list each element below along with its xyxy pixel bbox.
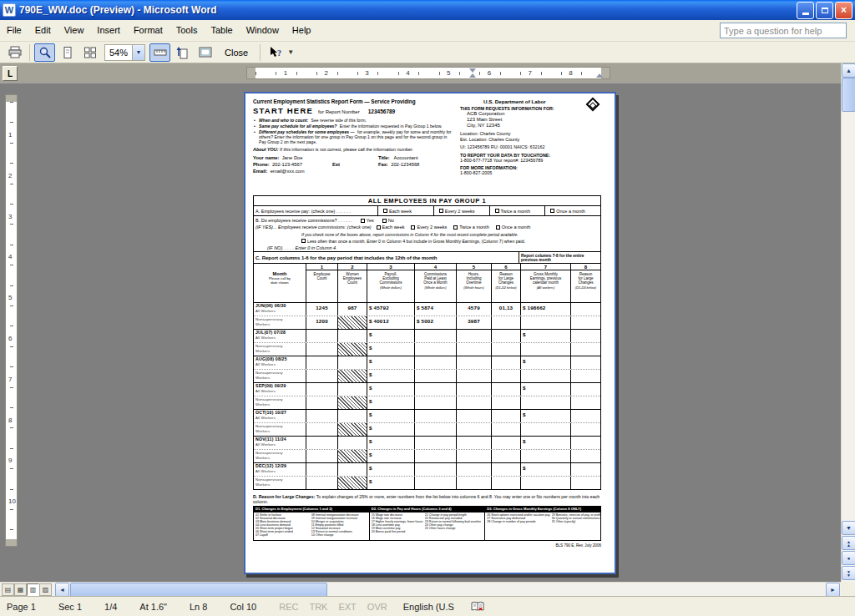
language-indicator: English (U.S xyxy=(403,602,454,612)
about-you-line: About YOU: If this information is not co… xyxy=(253,147,455,152)
document-page[interactable]: Current Employment Statistics Report For… xyxy=(244,92,616,574)
status-field: Page 1 xyxy=(7,602,36,612)
menu-bar: FileEditViewInsertFormatToolsTableWindow… xyxy=(0,20,855,42)
print-layout-view-button[interactable]: ▥ xyxy=(27,583,39,596)
menu-view[interactable]: View xyxy=(58,20,91,39)
close-preview-button[interactable]: Close xyxy=(216,44,256,61)
menu-edit[interactable]: Edit xyxy=(28,20,58,39)
status-field: At 1.6" xyxy=(139,602,167,612)
status-toggle-rec[interactable]: REC xyxy=(279,602,298,612)
column-header-4: 4CommissionsPaid at LeastOnce a Month(Wh… xyxy=(414,264,456,302)
zoom-dropdown-arrow[interactable]: ▼ xyxy=(132,45,144,60)
table-row: NonsupervisoryWorkers$ xyxy=(254,343,600,356)
table-row: AUG(08) 08/25All Workers$$ xyxy=(254,356,600,370)
next-page-button[interactable]: ▼▼ xyxy=(842,566,855,580)
data-cell xyxy=(337,370,367,382)
spelling-status-icon[interactable] xyxy=(471,601,484,613)
restore-button[interactable] xyxy=(816,2,833,19)
toolbar-options-chevron[interactable]: ▼ xyxy=(287,48,294,56)
one-page-icon xyxy=(61,46,74,59)
data-cell xyxy=(491,410,520,422)
data-cell xyxy=(570,370,600,382)
data-cell xyxy=(570,316,600,329)
magnifier-toggle-button[interactable] xyxy=(34,43,55,62)
data-cell: $ 198662 xyxy=(520,303,570,316)
no-label: No xyxy=(388,218,394,223)
select-browse-object-button[interactable]: ● xyxy=(842,551,855,565)
minimize-button[interactable] xyxy=(797,2,814,19)
h-ruler-number: 7 xyxy=(528,69,533,78)
month-cell: DEC(12) 12/29All Workers xyxy=(254,463,306,476)
vertical-ruler[interactable]: 12345678910 xyxy=(5,94,18,547)
section-a-label: A. Employees receive pay: (check one) . … xyxy=(254,209,377,214)
h-ruler-number: 1 xyxy=(283,69,288,78)
multiple-pages-button[interactable] xyxy=(79,43,100,62)
status-toggle-trk[interactable]: TRK xyxy=(309,602,327,612)
v-ruler-number: 3 xyxy=(8,212,12,220)
status-toggle-ext[interactable]: EXT xyxy=(338,602,356,612)
zoom-combobox[interactable]: 54% ▼ xyxy=(104,44,145,61)
horizontal-scrollbar-thumb[interactable] xyxy=(70,583,327,597)
data-cell xyxy=(520,396,570,409)
horizontal-ruler[interactable]: 12345678 xyxy=(246,67,610,79)
hanging-indent-marker[interactable] xyxy=(469,73,476,78)
no-option: No xyxy=(382,218,394,223)
view-ruler-toggle-button[interactable] xyxy=(149,43,170,62)
v-ruler-number: 1 xyxy=(8,131,12,139)
right-indent-marker[interactable] xyxy=(596,73,603,78)
scroll-left-button[interactable]: ◄ xyxy=(55,583,69,597)
status-toggles: RECTRKEXTOVR xyxy=(279,602,397,612)
data-cell: $ xyxy=(367,450,414,462)
menu-insert[interactable]: Insert xyxy=(90,20,127,39)
menu-file[interactable]: File xyxy=(0,20,28,39)
month-block: JUL(07) 07/28All Workers$$Nonsupervisory… xyxy=(254,330,600,356)
scroll-up-button[interactable]: ▲ xyxy=(842,63,855,78)
menu-window[interactable]: Window xyxy=(240,20,286,39)
data-cell: $ 45792 xyxy=(367,303,414,316)
vertical-scrollbar[interactable]: ▲ ▼ ▲▲ ● ▼▼ xyxy=(841,63,855,582)
data-cell xyxy=(456,330,491,342)
normal-view-button[interactable]: ▤ xyxy=(2,583,14,596)
menu-table[interactable]: Table xyxy=(204,20,239,39)
bullet-icon: • xyxy=(254,118,255,123)
data-cell xyxy=(414,477,456,489)
yes-label: Yes xyxy=(367,218,374,223)
whats-this-help-button[interactable]: ? xyxy=(265,43,286,62)
close-button[interactable]: × xyxy=(835,2,852,19)
commission-note-row: If you check none of the boxes above, re… xyxy=(255,232,599,237)
reason-list: 01 Strike or lockout02 Seasonal decrease… xyxy=(255,513,311,538)
pay-option: Twice a month xyxy=(489,206,545,215)
web-layout-view-button[interactable]: ▦ xyxy=(14,583,27,596)
bullet-lead: Different pay schedules for some employe… xyxy=(259,129,355,134)
vertical-scrollbar-thumb[interactable] xyxy=(842,78,855,112)
scroll-right-button[interactable]: ► xyxy=(826,583,840,597)
one-page-button[interactable] xyxy=(57,43,78,62)
first-line-indent-marker[interactable] xyxy=(469,68,476,73)
status-toggle-ovr[interactable]: OVR xyxy=(367,602,387,612)
menu-help[interactable]: Help xyxy=(286,20,318,39)
outline-view-button[interactable]: ▨ xyxy=(39,583,52,596)
v-ruler-number: 4 xyxy=(8,253,12,260)
column-header-2: 2WomenEmployeesCount xyxy=(337,264,367,302)
printer-icon xyxy=(8,46,22,59)
shrink-to-fit-button[interactable] xyxy=(172,43,193,62)
ids-line: UI: 123456789 RU: 00001 NAICS: 632162 xyxy=(460,144,601,150)
scroll-down-button[interactable]: ▼ xyxy=(842,521,855,535)
full-screen-icon xyxy=(199,46,212,59)
tab-selector[interactable]: L xyxy=(3,66,18,81)
data-cell xyxy=(306,370,337,382)
question-help-input[interactable] xyxy=(720,23,847,38)
previous-page-button[interactable]: ▲▲ xyxy=(842,536,855,550)
data-cell: $ xyxy=(367,423,414,436)
about-you-text: If this information is not correct, plea… xyxy=(278,147,413,152)
fax-label: Fax: xyxy=(378,162,388,167)
data-cell xyxy=(570,330,600,342)
data-cell xyxy=(306,396,337,409)
print-button[interactable] xyxy=(4,43,25,62)
reason-box-title: D2. Changes in Pay and Hours (Columns 3 … xyxy=(370,507,485,512)
full-screen-button[interactable] xyxy=(195,43,215,62)
menu-format[interactable]: Format xyxy=(127,20,169,39)
menu-tools[interactable]: Tools xyxy=(169,20,205,39)
zoom-value[interactable]: 54% xyxy=(105,48,132,58)
column-header-6: 6Reasonfor LargeChanges(D1-D2 below) xyxy=(491,264,520,302)
